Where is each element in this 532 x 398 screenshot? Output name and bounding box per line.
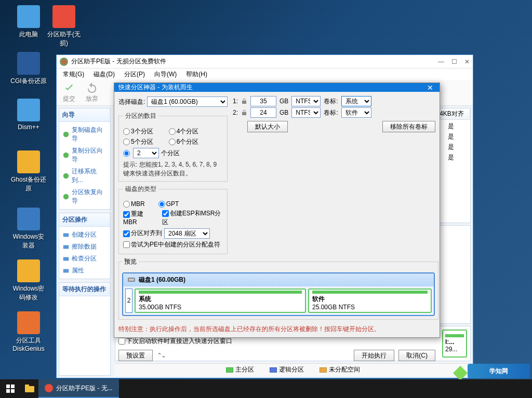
warning-text: 特别注意：执行此操作后，当前所选磁盘上已经存在的所有分区将被删除！按回车键开始分…: [118, 325, 435, 334]
default-size-button[interactable]: 默认大小: [247, 121, 288, 132]
svg-rect-7: [63, 269, 69, 272]
menu-disk[interactable]: 磁盘(D): [89, 69, 119, 80]
check-create-esp[interactable]: 创建ESP和MSR分区: [162, 209, 223, 227]
taskbar[interactable]: 分区助手PE版 - 无...: [0, 379, 532, 398]
radio-3-partitions[interactable]: 3个分区: [123, 127, 153, 136]
wizard-panel-title: 向导: [59, 108, 110, 122]
quick-partition-dialog: 快速分区神器 - 为装机而生 ✕ 选择磁盘: 磁盘1 (60.00GB) 分区的…: [114, 83, 440, 338]
svg-rect-14: [6, 389, 10, 393]
sidebar-item[interactable]: 属性: [61, 265, 108, 277]
desktop-icon[interactable]: Windows密码修改: [10, 259, 47, 302]
sidebar: 向导 复制磁盘向导复制分区向导迁移系统到...分区恢复向导 分区操作 创建分区擦…: [57, 106, 113, 378]
select-disk-label: 选择磁盘:: [118, 98, 145, 106]
check-pe-letters[interactable]: 尝试为PE中创建的分区分配盘符: [123, 240, 220, 249]
preview-group: 预览 磁盘1 (60.00GB) 2系统35.00GB NTFS软件25.00G…: [118, 257, 438, 320]
taskbar-explorer-icon[interactable]: [21, 379, 38, 398]
desktop-icon[interactable]: Windows安装器: [10, 208, 47, 250]
fs-dropdown[interactable]: NTFS: [291, 96, 321, 106]
size-input[interactable]: [250, 96, 276, 106]
svg-rect-15: [11, 389, 15, 393]
minimize-button[interactable]: —: [438, 58, 444, 65]
wizard-panel: 向导 复制磁盘向导复制分区向导迁移系统到...分区恢复向导: [59, 108, 111, 210]
taskbar-app[interactable]: 分区助手PE版 - 无...: [38, 379, 119, 398]
dialog-titlebar[interactable]: 快速分区神器 - 为装机而生 ✕: [114, 83, 440, 92]
preview-index: 2: [125, 289, 132, 313]
window-title: 分区助手PE版 - 无损分区免费软件: [71, 57, 166, 66]
start-button[interactable]: 开始执行: [354, 350, 394, 361]
tool-commit[interactable]: 提交: [63, 82, 75, 103]
menu-general[interactable]: 常规(G): [59, 69, 88, 80]
custom-count-dropdown[interactable]: 2: [133, 148, 159, 158]
radio-5-partitions[interactable]: 5个分区: [123, 138, 153, 146]
cancel-button[interactable]: 取消(C): [398, 350, 435, 361]
svg-rect-8: [242, 101, 246, 104]
svg-point-0: [63, 132, 69, 138]
radio-custom-partitions[interactable]: [123, 149, 131, 157]
partition-count-group: 分区的数目 3个分区 4个分区 5个分区 6个分区: [118, 112, 228, 182]
partition-row: 1:GBNTFS卷标:系统: [232, 96, 435, 106]
arrows-icon: ⌃⌄: [157, 352, 165, 359]
sidebar-item[interactable]: 创建分区: [61, 229, 108, 241]
label-dropdown[interactable]: 系统: [341, 96, 371, 106]
desktop-icon[interactable]: 分区助手(无损): [46, 5, 82, 48]
disk-type-group: 磁盘的类型 MBR GPT 重建MBR 创建ESP和MSR分区 分区对: [118, 185, 228, 254]
preset-button[interactable]: 预设置: [118, 350, 153, 361]
desktop-icon[interactable]: Ghost备份还原: [10, 150, 47, 193]
desktop-icon[interactable]: CGI备份还原: [10, 52, 47, 86]
legend-primary-swatch: [226, 367, 233, 373]
lock-icon[interactable]: [241, 109, 247, 116]
menu-partition[interactable]: 分区(P): [120, 69, 149, 80]
svg-rect-5: [63, 245, 69, 249]
radio-mbr[interactable]: MBR: [123, 200, 145, 208]
close-button[interactable]: ✕: [464, 58, 470, 65]
sidebar-item[interactable]: 迁移系统到...: [61, 166, 108, 186]
check-rebuild-mbr[interactable]: 重建MBR: [123, 210, 155, 226]
dialog-close-button[interactable]: ✕: [425, 84, 435, 92]
remove-labels-button[interactable]: 移除所有卷标: [382, 121, 435, 132]
fs-dropdown[interactable]: NTFS: [291, 107, 321, 118]
size-input[interactable]: [250, 107, 276, 118]
preview-partition: 系统35.00GB NTFS: [135, 289, 306, 313]
svg-rect-4: [63, 233, 69, 237]
tool-discard[interactable]: 放弃: [86, 82, 98, 103]
svg-rect-13: [11, 385, 15, 388]
radio-4-partitions[interactable]: 4个分区: [169, 127, 199, 136]
maximize-button[interactable]: ☐: [451, 58, 457, 65]
menu-wizard[interactable]: 向导(W): [150, 69, 181, 80]
radio-6-partitions[interactable]: 6个分区: [169, 138, 199, 146]
check-next-boot[interactable]: 下次启动软件时直接进入快速分区窗口: [118, 337, 435, 346]
sidebar-item[interactable]: 检查分区: [61, 253, 108, 265]
window-titlebar[interactable]: 分区助手PE版 - 无损分区免费软件 — ☐ ✕: [57, 55, 473, 68]
sidebar-item[interactable]: 复制磁盘向导: [61, 124, 108, 145]
taskbar-app-icon: [45, 384, 53, 392]
svg-rect-6: [63, 257, 69, 260]
svg-point-1: [63, 153, 69, 158]
check-align[interactable]: 分区对齐到: [123, 229, 162, 238]
sidebar-item[interactable]: 擦除数据: [61, 241, 108, 253]
app-logo-icon: [60, 58, 68, 66]
svg-rect-9: [242, 112, 246, 115]
menu-help[interactable]: 帮助(H): [182, 69, 211, 80]
select-disk-dropdown[interactable]: 磁盘1 (60.00GB): [147, 97, 228, 107]
desktop: 此电脑分区助手(无损)CGI备份还原Dism++Ghost备份还原Windows…: [0, 0, 532, 398]
pending-panel: 等待执行的操作: [59, 282, 111, 376]
disk-icon: [127, 276, 136, 283]
start-button[interactable]: [0, 379, 21, 398]
desktop-icon[interactable]: 此电脑: [10, 5, 47, 39]
svg-rect-17: [25, 385, 29, 387]
sidebar-item[interactable]: 复制分区向导: [61, 145, 108, 166]
align-dropdown[interactable]: 2048 扇区: [164, 228, 210, 239]
pending-panel-title: 等待执行的操作: [59, 283, 110, 296]
diskmap-segment[interactable]: I:...29...: [442, 330, 467, 358]
lock-icon[interactable]: [241, 98, 247, 104]
dialog-title: 快速分区神器 - 为装机而生: [118, 83, 193, 92]
desktop-icon[interactable]: Dism++: [10, 99, 47, 131]
radio-gpt[interactable]: GPT: [158, 200, 179, 208]
label-dropdown[interactable]: 软件: [341, 107, 371, 118]
desktop-icon[interactable]: 分区工具DiskGenius: [10, 311, 47, 352]
legend-unalloc-swatch: [320, 367, 327, 373]
sidebar-item[interactable]: 分区恢复向导: [61, 186, 108, 207]
partition-row: 2:GBNTFS卷标:软件: [232, 107, 435, 118]
menu-bar: 常规(G) 磁盘(D) 分区(P) 向导(W) 帮助(H): [57, 68, 473, 80]
svg-rect-11: [129, 279, 134, 281]
